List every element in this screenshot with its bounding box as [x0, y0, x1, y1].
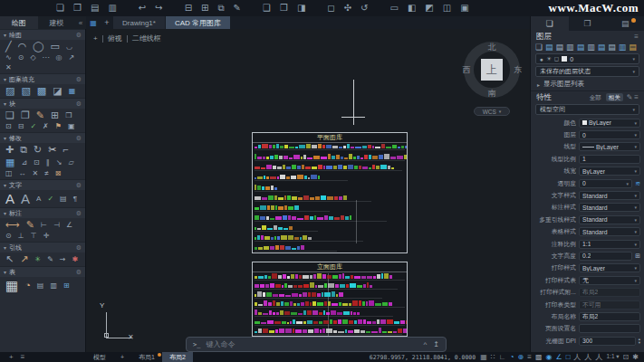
cad-block[interactable] [301, 157, 303, 159]
cad-block[interactable] [319, 321, 322, 324]
tool-boundary-icon[interactable]: ▩ [37, 86, 46, 96]
command-input[interactable]: 键入命令 [206, 339, 235, 349]
stepper-control[interactable]: ▴▾ [639, 338, 640, 344]
cad-block[interactable] [269, 145, 272, 149]
cad-block[interactable] [322, 145, 326, 149]
cad-block[interactable] [319, 312, 322, 315]
cad-block[interactable] [274, 321, 281, 324]
layer-on-icon[interactable]: ● [540, 56, 543, 62]
cad-block[interactable] [292, 293, 297, 296]
snap-mode-icon[interactable]: ∷ [491, 354, 495, 361]
tool-angular-dim-icon[interactable]: ∠ [66, 222, 72, 229]
cad-block[interactable] [255, 321, 260, 324]
cad-block[interactable] [394, 321, 399, 323]
tool-trim-icon[interactable]: ✂ [48, 145, 56, 155]
cad-block[interactable] [386, 147, 392, 149]
cad-block[interactable] [390, 157, 396, 159]
property-field[interactable]: Standard▾ [579, 191, 640, 200]
cad-block[interactable] [380, 319, 386, 324]
cad-block[interactable] [343, 146, 346, 148]
cad-block[interactable] [290, 301, 293, 306]
cad-block[interactable] [276, 302, 280, 306]
cad-block[interactable] [400, 320, 405, 324]
xref-icon[interactable]: ❒ [280, 4, 288, 13]
cad-block[interactable] [285, 329, 292, 333]
cad-block[interactable] [284, 311, 290, 314]
cad-block[interactable] [292, 216, 296, 220]
tool-edit-block-icon[interactable]: ✎ [36, 110, 44, 120]
cad-block[interactable] [285, 295, 291, 297]
pick-text-height-icon[interactable]: ⊞ [635, 252, 640, 260]
layer-unlock-icon[interactable]: ▤ [598, 43, 606, 52]
cad-block[interactable] [324, 292, 331, 297]
cad-block[interactable] [258, 312, 262, 314]
cad-block[interactable] [366, 331, 370, 333]
tool-polygon-icon[interactable]: ◇ [30, 54, 35, 62]
tool-edit-text-icon[interactable]: A [36, 195, 41, 203]
cad-block[interactable] [258, 145, 262, 148]
cad-block[interactable] [342, 303, 348, 305]
tool-manage-attributes-icon[interactable]: ✗ [43, 123, 49, 130]
cad-block[interactable] [284, 205, 287, 209]
save-icon[interactable]: ▤ [91, 4, 99, 13]
cad-block[interactable] [303, 235, 307, 240]
compass-east[interactable]: 东 [514, 64, 523, 76]
cad-block[interactable] [311, 175, 317, 179]
cad-block[interactable] [274, 225, 278, 230]
cad-block[interactable] [381, 144, 384, 148]
copy-clip-icon[interactable]: ◧ [408, 4, 416, 13]
tool-rotate-icon[interactable]: ↻ [34, 145, 42, 155]
layers-tab[interactable]: ❏ [531, 16, 569, 31]
layer-walk-icon[interactable]: ▥ [619, 43, 627, 52]
cad-block[interactable] [268, 195, 274, 200]
cad-block[interactable] [379, 328, 381, 333]
collapse-history-icon[interactable]: ^ [424, 340, 428, 348]
cad-block[interactable] [277, 176, 279, 179]
cad-block[interactable] [303, 329, 307, 333]
cad-block[interactable] [267, 228, 273, 230]
cad-block[interactable] [336, 155, 340, 159]
tool-line-icon[interactable]: ╱ [5, 42, 12, 52]
drawing-canvas[interactable]: + 俯视 二维线框 北 南 西 东 上 WCS ▾ 平面图库 立面图库 [87, 29, 530, 352]
cad-block[interactable] [289, 147, 294, 149]
cad-block[interactable] [288, 206, 293, 210]
tool-block-attach-icon[interactable]: ❒ [65, 112, 72, 119]
cad-block[interactable] [318, 285, 323, 288]
cad-block[interactable] [326, 329, 332, 333]
cad-block[interactable] [290, 321, 292, 324]
cad-block[interactable] [344, 157, 348, 159]
cad-block[interactable] [391, 167, 394, 169]
cad-block[interactable] [354, 276, 360, 278]
cad-block[interactable] [261, 235, 264, 240]
tool-offset-icon[interactable]: ∥ [46, 159, 50, 167]
section-header[interactable]: ▾修改⚙ [0, 132, 85, 143]
compass-top-face[interactable]: 上 [481, 59, 503, 81]
edit-properties-icon[interactable]: ✎ [627, 93, 633, 101]
cad-block[interactable] [267, 320, 274, 324]
annotation-scale[interactable]: 1:1 ▾ [606, 354, 619, 360]
tab-cad-library[interactable]: CAD 常用图库 [166, 16, 230, 29]
cad-block[interactable] [382, 331, 388, 333]
cad-block[interactable] [359, 166, 361, 169]
tool-multileader-icon[interactable]: ↖ [5, 254, 14, 264]
cad-block[interactable] [314, 215, 317, 219]
tool-explode-icon[interactable]: ▱ [69, 159, 74, 167]
cad-block[interactable] [302, 165, 304, 169]
cad-block[interactable] [306, 144, 311, 148]
cad-block[interactable] [339, 302, 342, 305]
cad-block[interactable] [310, 282, 314, 288]
cad-block[interactable] [274, 155, 278, 159]
tab-draw[interactable]: 绘图 [0, 16, 38, 29]
tool-point-icon[interactable]: ⋯ [43, 54, 50, 62]
tool-add-leader-icon[interactable]: ✳ [34, 256, 41, 263]
tool-donut-icon[interactable]: ◎ [56, 54, 62, 62]
cad-block[interactable] [304, 176, 307, 179]
cad-block[interactable] [358, 319, 362, 324]
tool-join-icon[interactable]: ◫ [5, 170, 13, 177]
cad-block[interactable] [346, 284, 349, 288]
tool-tolerance-icon[interactable]: ⊤ [31, 233, 37, 240]
cad-block[interactable] [255, 177, 256, 180]
cad-block[interactable] [300, 237, 302, 240]
cad-block[interactable] [273, 145, 275, 148]
cad-block[interactable] [322, 329, 325, 333]
